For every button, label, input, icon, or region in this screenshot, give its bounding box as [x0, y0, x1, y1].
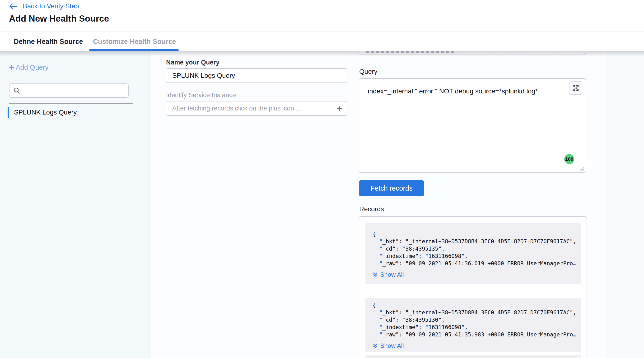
identify-service-instance-label: Identify Service Instance	[166, 91, 236, 99]
add-health-source-screen: Back to Verify Step Add New Health Sourc…	[0, 0, 644, 358]
record-card: { "_bkt": "_internal~38~D537D8B4-3EC0-4D…	[366, 223, 581, 284]
query-list-sidebar: + Add Query SPLUNK Logs Query	[0, 51, 150, 358]
active-tab-underline	[89, 49, 179, 51]
records-container: { "_bkt": "_internal~38~D537D8B4-3EC0-4D…	[359, 216, 587, 358]
selected-indicator-bar	[8, 107, 9, 118]
name-your-query-label: Name your Query	[166, 59, 220, 66]
add-query-label: Add Query	[16, 63, 49, 71]
back-link-label: Back to Verify Step	[23, 2, 79, 10]
double-chevron-down-icon	[372, 272, 378, 278]
search-input[interactable]	[23, 84, 128, 97]
search-icon	[13, 87, 20, 94]
show-all-label: Show All	[380, 271, 404, 278]
query-editor: index=_internal " error " NOT debug sour…	[359, 78, 586, 173]
tab-bar: Define Health Source Customize Health So…	[0, 31, 644, 51]
sidebar-divider	[9, 103, 133, 104]
query-search-box	[9, 83, 128, 98]
back-link[interactable]: Back to Verify Step	[9, 2, 79, 10]
service-instance-field: +	[166, 101, 348, 116]
record-card: { "_bkt": "_internal~38~D537D8B4-3EC0-4D…	[366, 298, 581, 352]
fetch-records-button[interactable]: Fetch records	[359, 180, 424, 196]
tab-define-health-source[interactable]: Define Health Source	[14, 32, 83, 51]
query-textarea[interactable]: index=_internal " error " NOT debug sour…	[368, 87, 567, 165]
double-chevron-down-icon	[372, 343, 378, 349]
back-arrow-icon	[9, 3, 18, 9]
expand-icon	[572, 84, 580, 92]
show-all-link[interactable]: Show All	[372, 342, 581, 350]
sidebar-item-splunk-logs-query[interactable]: SPLUNK Logs Query	[8, 107, 77, 118]
page-title: Add New Health Source	[9, 14, 109, 24]
show-all-link[interactable]: Show All	[372, 271, 581, 278]
record-count-badge: 100	[564, 154, 574, 164]
record-json: { "_bkt": "_internal~38~D537D8B4-3EC0-4D…	[372, 298, 581, 338]
tab-customize-health-source[interactable]: Customize Health Source	[93, 32, 176, 51]
resize-grip-icon[interactable]	[578, 165, 585, 171]
records-label: Records	[359, 205, 384, 213]
query-item-label: SPLUNK Logs Query	[14, 109, 77, 116]
query-name-input[interactable]	[166, 68, 348, 83]
plus-icon: +	[9, 63, 14, 72]
clipped-text-fragments	[366, 51, 454, 53]
show-all-label: Show All	[380, 342, 404, 350]
query-label: Query	[359, 68, 377, 75]
record-json: { "_bkt": "_internal~38~D537D8B4-3EC0-4D…	[372, 223, 581, 267]
add-query-button[interactable]: + Add Query	[9, 63, 49, 72]
customize-panel: Name your Query Identify Service Instanc…	[150, 51, 604, 358]
add-service-instance-plus-icon[interactable]: +	[337, 102, 343, 115]
page-header: Back to Verify Step Add New Health Sourc…	[0, 0, 644, 51]
expand-query-button[interactable]	[569, 81, 582, 95]
record-card-partial	[366, 355, 581, 358]
query-section: Query index=_internal " error " NOT debu…	[359, 51, 586, 358]
service-instance-input[interactable]	[166, 101, 348, 116]
right-panel	[604, 51, 644, 358]
